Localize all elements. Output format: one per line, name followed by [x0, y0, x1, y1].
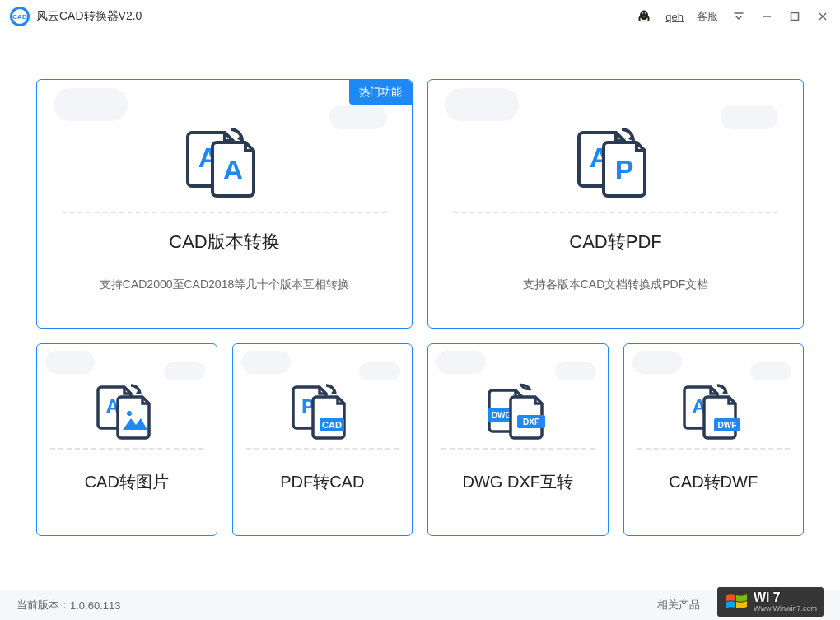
card-pdf-to-cad[interactable]: P CAD PDF转CAD	[232, 343, 413, 536]
pdf-to-cad-icon: P CAD	[288, 379, 356, 443]
card-cad-to-pdf[interactable]: A P CAD转PDF 支持各版本CAD文档转换成PDF文档	[427, 79, 804, 329]
card-description: 支持各版本CAD文档转换成PDF文档	[523, 277, 709, 292]
title-bar: CAD 风云CAD转换器V2.0 qeh 客服	[0, 0, 840, 33]
svg-text:P: P	[614, 154, 633, 185]
svg-text:DWF: DWF	[718, 421, 737, 430]
hot-badge: 热门功能	[349, 80, 412, 105]
card-title: CAD转DWF	[669, 471, 758, 493]
svg-text:A: A	[222, 154, 243, 185]
customer-service-link[interactable]: 客服	[697, 9, 718, 24]
cad-to-image-icon: A	[93, 379, 161, 443]
cad-to-dwf-icon: A DWF	[679, 379, 747, 443]
svg-point-5	[645, 13, 646, 14]
footer-bar: 当前版本： 1.0.60.113 相关产品	[0, 590, 840, 620]
svg-point-17	[127, 411, 132, 416]
user-link[interactable]: qeh	[665, 11, 684, 23]
windows-flag-icon	[724, 591, 749, 613]
card-title: CAD版本转换	[169, 230, 279, 254]
app-logo: CAD	[10, 7, 30, 26]
card-description: 支持CAD2000至CAD2018等几十个版本互相转换	[100, 277, 349, 292]
version-label: 当前版本：	[16, 598, 70, 613]
svg-point-4	[642, 13, 643, 14]
card-title: DWG DXF互转	[463, 471, 573, 493]
card-cad-to-image[interactable]: A CAD转图片	[36, 343, 217, 536]
watermark-title: Wi 7	[754, 590, 781, 605]
svg-text:DWG: DWG	[492, 411, 512, 420]
watermark-logo: Wi 7 Www.Winwin7.com	[717, 587, 824, 617]
card-title: CAD转图片	[85, 471, 169, 493]
qq-icon[interactable]	[636, 8, 652, 25]
cad-version-convert-icon: A A	[180, 118, 270, 200]
card-cad-to-dwf[interactable]: A DWF CAD转DWF	[623, 343, 805, 536]
card-title: PDF转CAD	[280, 471, 364, 493]
minimize-icon[interactable]	[759, 9, 774, 24]
menu-dropdown-icon[interactable]	[731, 9, 746, 24]
related-products-label[interactable]: 相关产品	[657, 598, 700, 613]
main-content: 热门功能 A A CAD版本转换 支持CAD2000至CAD2018等几十个版本…	[0, 33, 840, 536]
app-title: 风云CAD转换器V2.0	[36, 9, 142, 24]
maximize-icon[interactable]	[787, 9, 802, 24]
svg-point-7	[646, 21, 649, 22]
close-icon[interactable]	[815, 9, 830, 24]
svg-text:CAD: CAD	[322, 420, 342, 430]
svg-point-6	[640, 21, 643, 22]
version-value: 1.0.60.113	[70, 599, 120, 612]
svg-rect-9	[791, 13, 799, 21]
card-cad-version-convert[interactable]: 热门功能 A A CAD版本转换 支持CAD2000至CAD2018等几十个版本…	[36, 79, 413, 329]
svg-text:DXF: DXF	[523, 417, 539, 427]
app-logo-text: CAD	[12, 13, 26, 21]
dwg-dxf-icon: DWG DXF	[484, 379, 552, 443]
watermark-url: Www.Winwin7.com	[754, 605, 817, 613]
card-dwg-dxf-convert[interactable]: DWG DXF DWG DXF互转	[427, 343, 609, 536]
cad-to-pdf-icon: A P	[571, 118, 661, 200]
card-title: CAD转PDF	[569, 230, 661, 254]
